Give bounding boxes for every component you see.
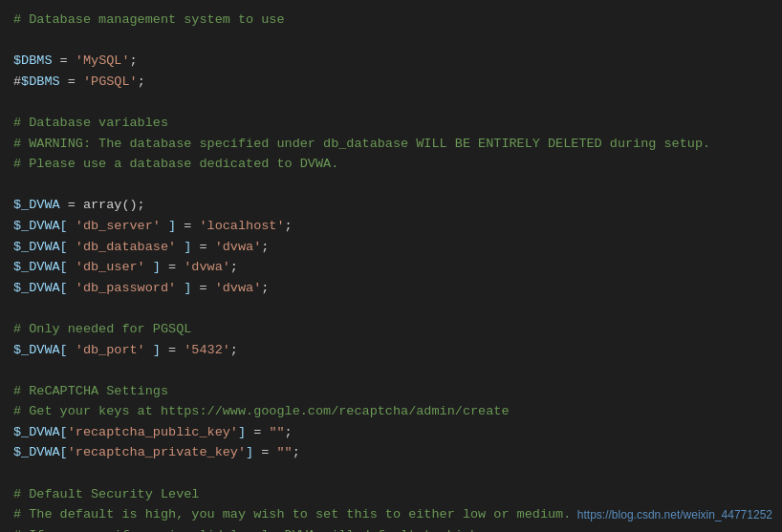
code-line-23: # Default Security Level bbox=[13, 484, 769, 505]
code-line-20: $_DVWA['recaptcha_public_key'] = ""; bbox=[13, 422, 769, 443]
code-line-22 bbox=[13, 463, 769, 484]
code-line-1 bbox=[13, 31, 769, 52]
code-line-3: #$DBMS = 'PGSQL'; bbox=[13, 72, 769, 93]
code-line-18: # ReCAPTCHA Settings bbox=[13, 381, 769, 402]
code-line-4 bbox=[13, 92, 769, 113]
code-line-17 bbox=[13, 360, 769, 381]
code-line-16: $_DVWA[ 'db_port' ] = '5432'; bbox=[13, 340, 769, 361]
code-line-11: $_DVWA[ 'db_database' ] = 'dvwa'; bbox=[13, 237, 769, 258]
watermark: https://blog.csdn.net/weixin_44771252 bbox=[577, 506, 772, 524]
code-line-19: # Get your keys at https://www.google.co… bbox=[13, 401, 769, 422]
code-line-0: # Database management system to use bbox=[13, 10, 769, 31]
code-line-6: # WARNING: The database specified under … bbox=[13, 134, 769, 155]
code-line-15: # Only needed for PGSQL bbox=[13, 319, 769, 340]
code-line-5: # Database variables bbox=[13, 113, 769, 134]
code-block: # Database management system to use $DBM… bbox=[13, 10, 769, 532]
code-line-21: $_DVWA['recaptcha_private_key'] = ""; bbox=[13, 442, 769, 463]
code-line-7: # Please use a database dedicated to DVW… bbox=[13, 154, 769, 175]
code-line-25: # If you specify an invalid level, DVWA … bbox=[13, 525, 769, 532]
code-line-9: $_DVWA = array(); bbox=[13, 195, 769, 216]
code-line-12: $_DVWA[ 'db_user' ] = 'dvwa'; bbox=[13, 257, 769, 278]
code-line-8 bbox=[13, 175, 769, 196]
code-line-2: $DBMS = 'MySQL'; bbox=[13, 51, 769, 72]
code-line-10: $_DVWA[ 'db_server' ] = 'localhost'; bbox=[13, 216, 769, 237]
code-line-14 bbox=[13, 298, 769, 319]
code-line-13: $_DVWA[ 'db_password' ] = 'dvwa'; bbox=[13, 278, 769, 299]
code-container: # Database management system to use $DBM… bbox=[0, 0, 782, 532]
